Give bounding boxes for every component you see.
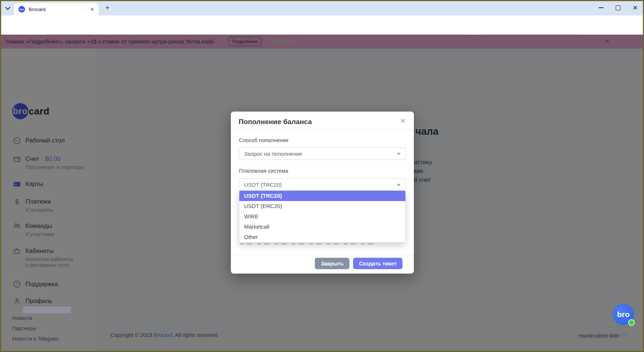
chevron-down-icon bbox=[5, 5, 10, 10]
browser-tab[interactable]: bro Brocard ✕ bbox=[14, 3, 99, 15]
chat-widget-button[interactable]: bro bbox=[613, 304, 634, 325]
new-tab-button[interactable]: + bbox=[103, 3, 112, 12]
window-close-button[interactable]: ✕ bbox=[628, 0, 643, 15]
minimize-icon bbox=[599, 7, 603, 8]
tab-title: Brocard bbox=[29, 7, 90, 12]
chevron-down-icon bbox=[397, 153, 401, 155]
tab-search-button[interactable] bbox=[3, 3, 13, 13]
modal-close-icon[interactable]: ✕ bbox=[398, 117, 407, 126]
clipped-text-fragment bbox=[240, 243, 375, 244]
payment-system-value: USDT (TRC20) bbox=[244, 182, 282, 188]
chevron-up-icon bbox=[397, 183, 401, 186]
dropdown-option-usdt-erc20[interactable]: USDT (ERC20) bbox=[239, 201, 405, 211]
dropdown-option-other[interactable]: Other bbox=[239, 232, 405, 242]
browser-toolbar: ← → ↻ https://private.mybrocard.com/card… bbox=[0, 15, 644, 35]
online-status-dot bbox=[628, 319, 635, 326]
topup-method-select[interactable]: Запрос на пополнение bbox=[239, 147, 406, 160]
payment-system-dropdown: USDT (TRC20) USDT (ERC20) WIRE Marketcal… bbox=[239, 190, 406, 243]
chat-widget-label: bro bbox=[617, 310, 630, 319]
create-ticket-button[interactable]: Создать тикет bbox=[353, 258, 402, 269]
dropdown-option-wire[interactable]: WIRE bbox=[239, 211, 405, 222]
modal-footer-divider bbox=[231, 255, 414, 256]
dropdown-option-usdt-trc20[interactable]: USDT (TRC20) bbox=[239, 191, 405, 201]
payment-system-label: Платежная система bbox=[239, 168, 288, 174]
maximize-icon bbox=[616, 6, 620, 10]
modal-footer: Закрыть Создать тикет bbox=[231, 258, 414, 269]
topup-modal: Пополнение баланса ✕ Способ пополнения З… bbox=[231, 112, 414, 274]
redacted-profile-email bbox=[23, 306, 71, 313]
window-minimize-button[interactable] bbox=[594, 0, 608, 15]
topup-method-label: Способ пополнения bbox=[239, 137, 288, 143]
window-maximize-button[interactable] bbox=[610, 0, 625, 15]
dropdown-option-marketcall[interactable]: Marketcall bbox=[239, 222, 405, 232]
browser-tab-strip: bro Brocard ✕ + ✕ bbox=[0, 0, 644, 15]
close-button[interactable]: Закрыть bbox=[315, 258, 349, 269]
modal-header-divider bbox=[231, 130, 414, 130]
topup-method-value: Запрос на пополнение bbox=[244, 151, 302, 157]
tab-close-icon[interactable]: ✕ bbox=[90, 7, 94, 12]
tab-favicon: bro bbox=[18, 6, 25, 13]
payment-system-select[interactable]: USDT (TRC20) bbox=[239, 178, 406, 191]
modal-title: Пополнение баланса bbox=[239, 118, 312, 126]
